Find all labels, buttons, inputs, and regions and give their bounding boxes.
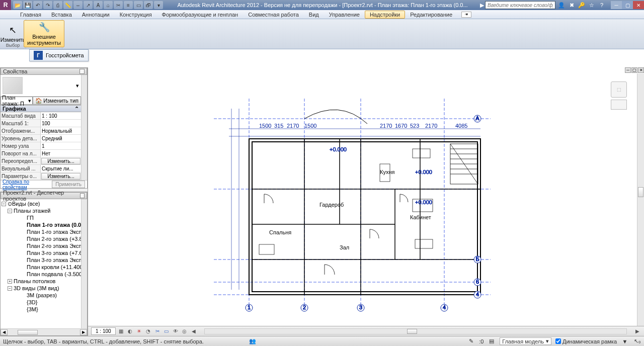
section-icon[interactable]: ✂	[114, 1, 123, 9]
ribbon-collapse-icon[interactable]: ▫▾	[461, 12, 471, 18]
prop-row[interactable]: Переопредел...Изменить...	[1, 157, 81, 165]
prop-row[interactable]: Поворот на л...Нет	[1, 150, 81, 157]
help-icon[interactable]: ?	[598, 1, 606, 9]
workset-icon[interactable]: 👥	[249, 338, 257, 345]
shadow-icon[interactable]: ◔	[145, 328, 152, 335]
dim-icon[interactable]: ↔	[73, 1, 83, 9]
tab-manage[interactable]: Управление	[324, 11, 365, 19]
tree-item[interactable]: 3М (разрез)	[2, 292, 80, 299]
sun-icon[interactable]: ☀	[136, 328, 143, 335]
canvas-close-icon[interactable]: ✕	[638, 67, 644, 73]
canvas-vscroll[interactable]	[637, 73, 644, 326]
properties-header[interactable]: Свойства	[1, 68, 87, 75]
prop-value[interactable]: Нет	[41, 150, 81, 157]
detail-icon[interactable]: ▦	[118, 328, 125, 335]
tree-3d-views[interactable]: −3D виды (3М вид)	[2, 285, 80, 292]
apply-button[interactable]: Применить	[52, 181, 85, 188]
tree-ceiling-plans[interactable]: +Планы потолков	[2, 278, 80, 285]
tree-floor-plans[interactable]: −Планы этажей	[2, 207, 80, 214]
redo-icon[interactable]: ↷	[43, 1, 52, 9]
type-preview[interactable]: ▾	[1, 75, 81, 96]
scroll-right-icon[interactable]: ▶	[80, 329, 87, 335]
prop-value[interactable]: Изменить...	[41, 173, 80, 180]
undo-icon[interactable]: ↶	[33, 1, 42, 9]
tree-item[interactable]: {3D}	[2, 299, 80, 306]
canvas-hscroll[interactable]	[204, 328, 627, 334]
filter-list-icon[interactable]: ▤	[488, 338, 496, 345]
save-icon[interactable]: 💾	[23, 1, 32, 9]
crop-icon[interactable]: ✂	[154, 328, 161, 335]
group-graphics[interactable]: Графика⌃	[1, 105, 81, 112]
tab-collab[interactable]: Совместная работа	[243, 11, 304, 19]
maximize-button[interactable]: ▢	[622, 1, 633, 9]
edit-type-button[interactable]: 🏠Изменить тип	[33, 97, 81, 105]
tree-item[interactable]: План кровли (+11.400)	[2, 264, 80, 271]
exchange-icon[interactable]: ✖	[568, 1, 576, 9]
dropdown-icon[interactable]: ▾	[76, 82, 79, 89]
model-icon[interactable]: ◐	[127, 328, 134, 335]
tree-item[interactable]: План 1-го этажа Экспл	[2, 228, 80, 235]
external-tools-button[interactable]: 🔧 Внешние инструменты	[24, 20, 64, 47]
more-icon[interactable]: ▾	[154, 1, 163, 9]
dynamic-frame-check[interactable]: Динамическая рамка	[555, 338, 617, 344]
filter-icon[interactable]: ▼	[621, 338, 629, 345]
open-icon[interactable]: 📂	[13, 1, 22, 9]
login-icon[interactable]: 👤	[557, 1, 566, 9]
search-input[interactable]	[485, 1, 555, 9]
tree-item[interactable]: ГП	[2, 214, 80, 221]
scroll-thumb[interactable]	[18, 330, 38, 335]
external-flyout[interactable]: Г Госстройсмета	[29, 49, 89, 61]
split-icon[interactable]: ▭	[134, 1, 143, 9]
prop-row[interactable]: Номер узла1	[1, 142, 81, 150]
prop-value[interactable]: Скрытие ли...	[41, 165, 81, 172]
type-selector[interactable]: План этажа: П▾	[1, 97, 33, 105]
tree-item[interactable]: План подвала (-3.500)	[2, 271, 80, 278]
browser-close-icon[interactable]	[80, 193, 85, 198]
tree-item[interactable]: План 2-го этажа Экспл	[2, 242, 80, 249]
prop-value[interactable]: 100	[41, 120, 81, 127]
tree-scrollbar[interactable]	[81, 199, 87, 328]
crop-show-icon[interactable]: ▭	[163, 328, 170, 335]
tab-insert[interactable]: Вставка	[46, 11, 77, 19]
properties-close-icon[interactable]	[79, 69, 85, 74]
tree-item[interactable]: План 1-го этажа (0.000	[2, 221, 80, 228]
prop-row[interactable]: Отображени...Нормальный	[1, 127, 81, 135]
tree-item[interactable]: План 3-го этажа Экспл	[2, 256, 80, 264]
tree-item[interactable]: План 2-го этажа (+3.80	[2, 235, 80, 242]
main-model-combo[interactable]: Главная модель▾	[500, 337, 551, 345]
tag-icon[interactable]: ↗	[84, 1, 93, 9]
canvas-min-icon[interactable]: ─	[625, 67, 631, 73]
minimize-button[interactable]: ─	[611, 1, 622, 9]
app-icon[interactable]: R	[0, 0, 11, 10]
view-cube[interactable]: ⬚	[611, 81, 627, 98]
scroll-left-icon[interactable]: ◀	[1, 329, 8, 335]
props-help-link[interactable]: Справка по свойствам	[3, 179, 52, 190]
tab-massing[interactable]: Формообразующие и генплан	[157, 11, 244, 19]
tab-addins[interactable]: Надстройки	[365, 11, 405, 19]
scale-display[interactable]: 1 : 100	[91, 327, 116, 335]
prop-value[interactable]: Изменить...	[41, 158, 80, 164]
prop-row[interactable]: Масштаб вида1 : 100	[1, 112, 81, 120]
arrow-right-icon[interactable]: ▶	[634, 328, 641, 335]
steering-wheel[interactable]	[611, 100, 627, 110]
prop-value[interactable]: Нормальный	[41, 127, 81, 134]
tab-annotate[interactable]: Аннотации	[77, 11, 115, 19]
tree-root[interactable]: −⊙ Виды (все)	[2, 200, 80, 207]
prop-row[interactable]: Уровень дета...Средний	[1, 135, 81, 142]
tab-modify[interactable]: Редактирование	[405, 11, 457, 19]
tab-view[interactable]: Вид	[304, 11, 324, 19]
tab-home[interactable]: Главная	[15, 11, 46, 19]
measure-icon[interactable]: 📏	[63, 1, 72, 9]
key-icon[interactable]: 🔑	[578, 1, 586, 9]
drawing-viewport[interactable]: 15003152170 150021701670 52321704085	[88, 73, 637, 326]
text-icon[interactable]: A	[94, 1, 103, 9]
tree-item[interactable]: {3М}	[2, 306, 80, 313]
props-scrollbar[interactable]	[81, 75, 87, 180]
editable-icon[interactable]: ✎	[467, 338, 475, 345]
switch-icon[interactable]: 🗗	[144, 1, 153, 9]
reveal-icon[interactable]: ◎	[181, 328, 188, 335]
view3d-icon[interactable]: ⌂	[104, 1, 113, 9]
hide-icon[interactable]: 👁	[172, 328, 179, 335]
prop-value[interactable]: 1	[41, 142, 81, 149]
tab-structure[interactable]: Конструкция	[115, 11, 157, 19]
